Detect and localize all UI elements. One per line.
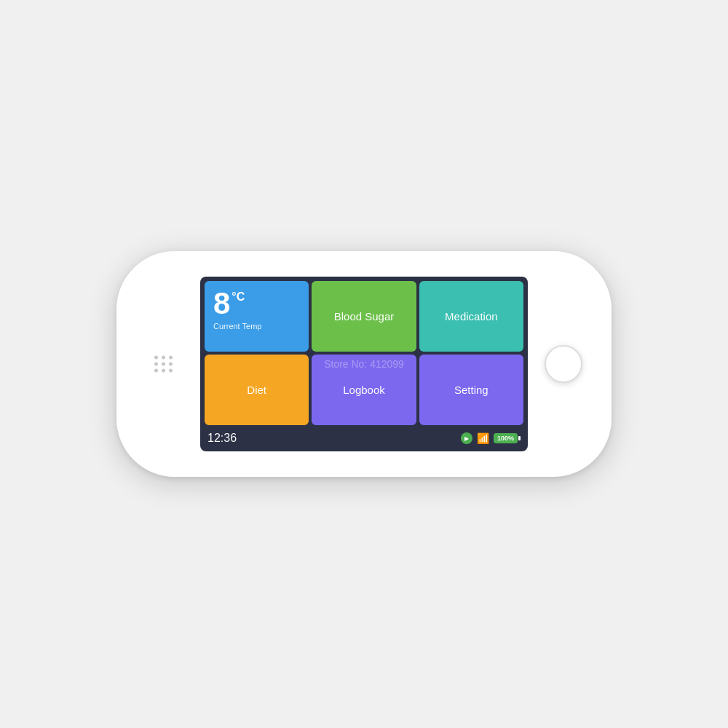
device-wrapper: Store No: 412099 8°C Current Temp Blood …	[116, 251, 612, 477]
speaker-dot	[154, 356, 158, 360]
tile-temp[interactable]: 8°C Current Temp	[205, 281, 309, 352]
tile-setting[interactable]: Setting	[419, 355, 523, 425]
temp-label: Current Temp	[213, 322, 261, 331]
tile-blood-sugar-label: Blood Sugar	[334, 310, 395, 323]
speaker-dot	[169, 363, 173, 366]
battery-level: 100%	[494, 433, 518, 443]
temp-unit: °C	[232, 291, 245, 303]
speaker-dot	[154, 363, 158, 366]
clock: 12:36	[207, 432, 237, 445]
status-bar: 12:36 ▶ 📶 100%	[200, 425, 528, 451]
tile-grid: 8°C Current Temp Blood Sugar Medication …	[200, 277, 528, 425]
device-screen: Store No: 412099 8°C Current Temp Blood …	[200, 277, 528, 451]
speaker-dot	[162, 363, 165, 366]
wifi-icon: 📶	[477, 432, 489, 444]
speaker-dot	[169, 369, 173, 373]
speaker-dot	[162, 356, 165, 360]
play-icon: ▶	[461, 432, 472, 444]
tile-diet[interactable]: Diet	[205, 355, 309, 425]
tile-blood-sugar[interactable]: Blood Sugar	[312, 281, 416, 352]
tile-medication-label: Medication	[445, 310, 498, 323]
tile-medication[interactable]: Medication	[419, 281, 523, 352]
tile-logbook[interactable]: Logbook	[312, 355, 416, 425]
speaker-dot	[154, 369, 158, 373]
device-body: Store No: 412099 8°C Current Temp Blood …	[116, 251, 612, 477]
power-button[interactable]	[545, 345, 582, 383]
speaker	[154, 356, 173, 373]
speaker-dot	[162, 369, 165, 373]
tile-logbook-label: Logbook	[343, 384, 385, 396]
status-icons: ▶ 📶 100%	[461, 432, 521, 444]
battery-tip	[518, 436, 521, 440]
tile-diet-label: Diet	[247, 384, 266, 396]
battery-indicator: 100%	[494, 433, 521, 443]
temp-value: 8°C	[213, 288, 245, 319]
tile-setting-label: Setting	[454, 384, 488, 396]
speaker-dot	[169, 356, 173, 360]
